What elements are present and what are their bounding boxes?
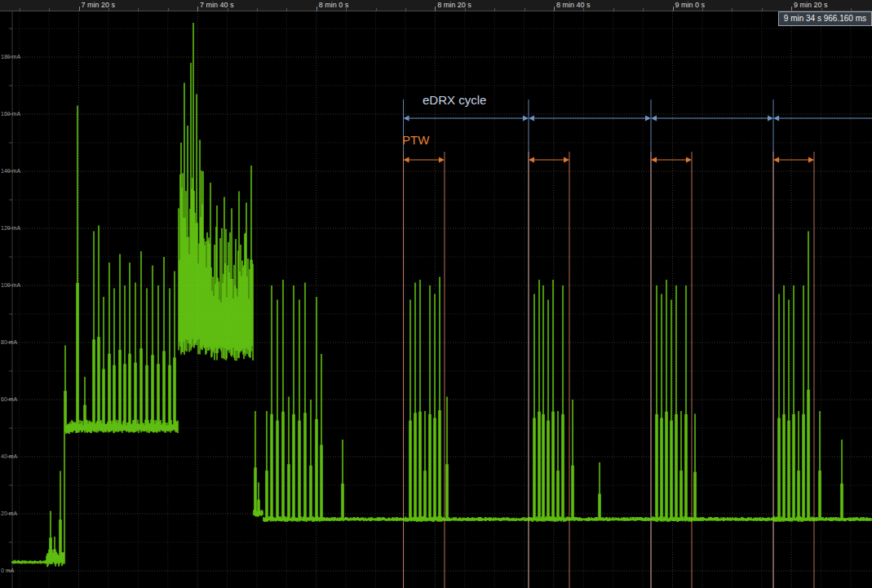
time-axis-tick — [316, 7, 317, 11]
current-tick-label: 40 mA — [1, 453, 17, 459]
current-trace-chart[interactable] — [0, 0, 872, 588]
time-axis-tick — [138, 8, 139, 11]
current-tick-label: 100 mA — [1, 282, 20, 288]
current-tick-label: 0 mA — [1, 568, 14, 573]
time-tick-label: 8 min 40 s — [556, 1, 591, 9]
ptw-label: PTW — [402, 133, 429, 147]
time-axis-tick — [79, 7, 80, 11]
current-tick-label: 60 mA — [1, 396, 17, 402]
power-analyzer-window: 7 min 20 s7 min 40 s8 min 0 s8 min 20 s8… — [0, 0, 872, 588]
time-axis-tick — [286, 8, 287, 11]
time-tick-label: 7 min 20 s — [82, 1, 116, 9]
time-axis-tick — [613, 8, 614, 11]
time-tick-label: 9 min 0 s — [675, 1, 706, 9]
time-axis-tick — [554, 7, 555, 11]
current-tick-label: 20 mA — [1, 511, 17, 516]
time-axis-tick — [49, 8, 50, 11]
current-tick-label: 180 mA — [1, 54, 20, 60]
time-tick-label: 8 min 20 s — [437, 1, 471, 9]
time-axis-tick — [851, 8, 852, 11]
current-tick-label: 160 mA — [1, 111, 20, 117]
time-axis-tick — [197, 7, 198, 11]
time-tick-label: 9 min 20 s — [794, 1, 828, 9]
time-axis-tick — [494, 8, 495, 11]
current-tick-label: 120 mA — [1, 225, 20, 231]
time-axis-bar[interactable]: 7 min 20 s7 min 40 s8 min 0 s8 min 20 s8… — [0, 0, 872, 11]
time-axis-tick — [435, 7, 436, 11]
time-axis-tick — [732, 8, 733, 11]
time-axis-tick — [525, 8, 525, 11]
time-axis-tick — [673, 7, 674, 11]
time-axis-tick — [20, 8, 20, 11]
time-axis-tick — [376, 8, 377, 11]
edrx-cycle-label: eDRX cycle — [423, 93, 486, 107]
time-axis-tick — [791, 7, 792, 11]
time-axis-tick — [643, 8, 644, 11]
time-axis-tick — [257, 8, 258, 11]
time-axis-tick — [168, 8, 169, 11]
time-tick-label: 8 min 0 s — [319, 1, 349, 9]
time-axis-tick — [762, 8, 763, 11]
time-tick-label: 7 min 40 s — [200, 1, 234, 9]
time-axis-tick — [405, 8, 406, 11]
current-tick-label: 140 mA — [1, 168, 20, 174]
cursor-time-readout: 9 min 34 s 966.160 ms — [778, 11, 872, 26]
current-tick-label: 80 mA — [1, 339, 17, 345]
